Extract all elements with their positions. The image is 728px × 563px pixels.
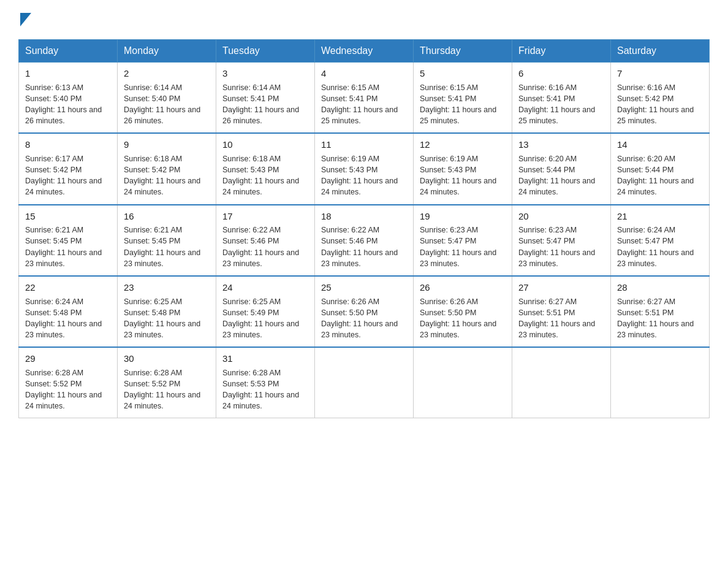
day-info: Sunrise: 6:15 AMSunset: 5:41 PMDaylight:… (420, 82, 506, 127)
day-number: 13 (518, 138, 604, 151)
week-row-2: 8Sunrise: 6:17 AMSunset: 5:42 PMDaylight… (19, 133, 710, 204)
day-info: Sunrise: 6:23 AMSunset: 5:47 PMDaylight:… (420, 224, 506, 269)
day-info: Sunrise: 6:20 AMSunset: 5:44 PMDaylight:… (518, 153, 604, 198)
day-info: Sunrise: 6:28 AMSunset: 5:52 PMDaylight:… (124, 367, 210, 412)
week-row-1: 1Sunrise: 6:13 AMSunset: 5:40 PMDaylight… (19, 63, 710, 134)
day-number: 5 (420, 67, 506, 80)
calendar-cell: 15Sunrise: 6:21 AMSunset: 5:45 PMDayligh… (19, 205, 118, 276)
day-info: Sunrise: 6:14 AMSunset: 5:40 PMDaylight:… (124, 82, 210, 127)
day-info: Sunrise: 6:22 AMSunset: 5:46 PMDaylight:… (222, 224, 308, 269)
day-info: Sunrise: 6:26 AMSunset: 5:50 PMDaylight:… (321, 296, 407, 341)
calendar-cell: 4Sunrise: 6:15 AMSunset: 5:41 PMDaylight… (315, 63, 414, 134)
day-number: 6 (518, 67, 604, 80)
day-info: Sunrise: 6:20 AMSunset: 5:44 PMDaylight:… (617, 153, 703, 198)
week-row-3: 15Sunrise: 6:21 AMSunset: 5:45 PMDayligh… (19, 205, 710, 276)
svg-marker-0 (20, 13, 31, 26)
calendar-cell: 14Sunrise: 6:20 AMSunset: 5:44 PMDayligh… (611, 133, 710, 204)
weekday-header-saturday: Saturday (611, 40, 710, 63)
calendar-cell: 5Sunrise: 6:15 AMSunset: 5:41 PMDaylight… (414, 63, 512, 134)
calendar-cell: 11Sunrise: 6:19 AMSunset: 5:43 PMDayligh… (315, 133, 414, 204)
calendar-table: SundayMondayTuesdayWednesdayThursdayFrid… (18, 39, 710, 418)
calendar-cell: 13Sunrise: 6:20 AMSunset: 5:44 PMDayligh… (512, 133, 611, 204)
week-row-5: 29Sunrise: 6:28 AMSunset: 5:52 PMDayligh… (19, 347, 710, 418)
calendar-cell (315, 347, 414, 418)
day-number: 8 (25, 138, 111, 151)
calendar-cell: 2Sunrise: 6:14 AMSunset: 5:40 PMDaylight… (118, 63, 216, 134)
calendar-cell: 1Sunrise: 6:13 AMSunset: 5:40 PMDaylight… (19, 63, 118, 134)
calendar-cell: 8Sunrise: 6:17 AMSunset: 5:42 PMDaylight… (19, 133, 118, 204)
calendar-cell: 18Sunrise: 6:22 AMSunset: 5:46 PMDayligh… (315, 205, 414, 276)
weekday-header-row: SundayMondayTuesdayWednesdayThursdayFrid… (19, 40, 710, 63)
calendar-cell: 17Sunrise: 6:22 AMSunset: 5:46 PMDayligh… (216, 205, 315, 276)
day-info: Sunrise: 6:21 AMSunset: 5:45 PMDaylight:… (124, 224, 210, 269)
week-row-4: 22Sunrise: 6:24 AMSunset: 5:48 PMDayligh… (19, 276, 710, 347)
weekday-header-wednesday: Wednesday (315, 40, 414, 63)
day-info: Sunrise: 6:25 AMSunset: 5:48 PMDaylight:… (124, 296, 210, 341)
day-info: Sunrise: 6:27 AMSunset: 5:51 PMDaylight:… (518, 296, 604, 341)
day-number: 29 (25, 352, 111, 366)
day-info: Sunrise: 6:14 AMSunset: 5:41 PMDaylight:… (222, 82, 308, 127)
day-number: 23 (124, 281, 210, 294)
day-info: Sunrise: 6:28 AMSunset: 5:53 PMDaylight:… (222, 367, 308, 412)
day-number: 26 (420, 281, 506, 294)
calendar-cell: 3Sunrise: 6:14 AMSunset: 5:41 PMDaylight… (216, 63, 315, 134)
logo (18, 12, 31, 28)
day-info: Sunrise: 6:22 AMSunset: 5:46 PMDaylight:… (321, 224, 407, 269)
day-info: Sunrise: 6:16 AMSunset: 5:42 PMDaylight:… (617, 82, 703, 127)
day-number: 7 (617, 67, 703, 80)
day-info: Sunrise: 6:13 AMSunset: 5:40 PMDaylight:… (25, 82, 111, 127)
calendar-cell: 12Sunrise: 6:19 AMSunset: 5:43 PMDayligh… (414, 133, 512, 204)
day-number: 4 (321, 67, 407, 80)
day-info: Sunrise: 6:19 AMSunset: 5:43 PMDaylight:… (321, 153, 407, 198)
calendar-cell: 28Sunrise: 6:27 AMSunset: 5:51 PMDayligh… (611, 276, 710, 347)
calendar-cell: 27Sunrise: 6:27 AMSunset: 5:51 PMDayligh… (512, 276, 611, 347)
day-info: Sunrise: 6:16 AMSunset: 5:41 PMDaylight:… (518, 82, 604, 127)
day-number: 14 (617, 138, 703, 151)
calendar-cell: 10Sunrise: 6:18 AMSunset: 5:43 PMDayligh… (216, 133, 315, 204)
calendar-cell: 25Sunrise: 6:26 AMSunset: 5:50 PMDayligh… (315, 276, 414, 347)
calendar-cell (611, 347, 710, 418)
day-info: Sunrise: 6:28 AMSunset: 5:52 PMDaylight:… (25, 367, 111, 412)
day-number: 12 (420, 138, 506, 151)
calendar-cell (414, 347, 512, 418)
weekday-header-thursday: Thursday (414, 40, 512, 63)
day-info: Sunrise: 6:17 AMSunset: 5:42 PMDaylight:… (25, 153, 111, 198)
calendar-cell: 23Sunrise: 6:25 AMSunset: 5:48 PMDayligh… (118, 276, 216, 347)
calendar-cell: 30Sunrise: 6:28 AMSunset: 5:52 PMDayligh… (118, 347, 216, 418)
day-number: 2 (124, 67, 210, 80)
day-info: Sunrise: 6:24 AMSunset: 5:47 PMDaylight:… (617, 224, 703, 269)
calendar-cell: 9Sunrise: 6:18 AMSunset: 5:42 PMDaylight… (118, 133, 216, 204)
calendar-cell: 6Sunrise: 6:16 AMSunset: 5:41 PMDaylight… (512, 63, 611, 134)
day-number: 17 (222, 210, 308, 223)
calendar-cell: 22Sunrise: 6:24 AMSunset: 5:48 PMDayligh… (19, 276, 118, 347)
calendar-cell: 7Sunrise: 6:16 AMSunset: 5:42 PMDaylight… (611, 63, 710, 134)
day-info: Sunrise: 6:21 AMSunset: 5:45 PMDaylight:… (25, 224, 111, 269)
day-number: 20 (518, 210, 604, 223)
day-info: Sunrise: 6:18 AMSunset: 5:42 PMDaylight:… (124, 153, 210, 198)
page-header (18, 12, 710, 28)
day-number: 3 (222, 67, 308, 80)
day-number: 16 (124, 210, 210, 223)
day-number: 18 (321, 210, 407, 223)
day-info: Sunrise: 6:27 AMSunset: 5:51 PMDaylight:… (617, 296, 703, 341)
weekday-header-tuesday: Tuesday (216, 40, 315, 63)
calendar-cell: 20Sunrise: 6:23 AMSunset: 5:47 PMDayligh… (512, 205, 611, 276)
calendar-cell (512, 347, 611, 418)
calendar-cell: 16Sunrise: 6:21 AMSunset: 5:45 PMDayligh… (118, 205, 216, 276)
day-info: Sunrise: 6:15 AMSunset: 5:41 PMDaylight:… (321, 82, 407, 127)
calendar-cell: 29Sunrise: 6:28 AMSunset: 5:52 PMDayligh… (19, 347, 118, 418)
calendar-cell: 26Sunrise: 6:26 AMSunset: 5:50 PMDayligh… (414, 276, 512, 347)
weekday-header-sunday: Sunday (19, 40, 118, 63)
day-number: 10 (222, 138, 308, 151)
day-number: 19 (420, 210, 506, 223)
day-info: Sunrise: 6:19 AMSunset: 5:43 PMDaylight:… (420, 153, 506, 198)
day-number: 24 (222, 281, 308, 294)
day-number: 15 (25, 210, 111, 223)
weekday-header-friday: Friday (512, 40, 611, 63)
day-info: Sunrise: 6:26 AMSunset: 5:50 PMDaylight:… (420, 296, 506, 341)
calendar-cell: 21Sunrise: 6:24 AMSunset: 5:47 PMDayligh… (611, 205, 710, 276)
day-number: 1 (25, 67, 111, 80)
day-info: Sunrise: 6:23 AMSunset: 5:47 PMDaylight:… (518, 224, 604, 269)
calendar-cell: 19Sunrise: 6:23 AMSunset: 5:47 PMDayligh… (414, 205, 512, 276)
weekday-header-monday: Monday (118, 40, 216, 63)
